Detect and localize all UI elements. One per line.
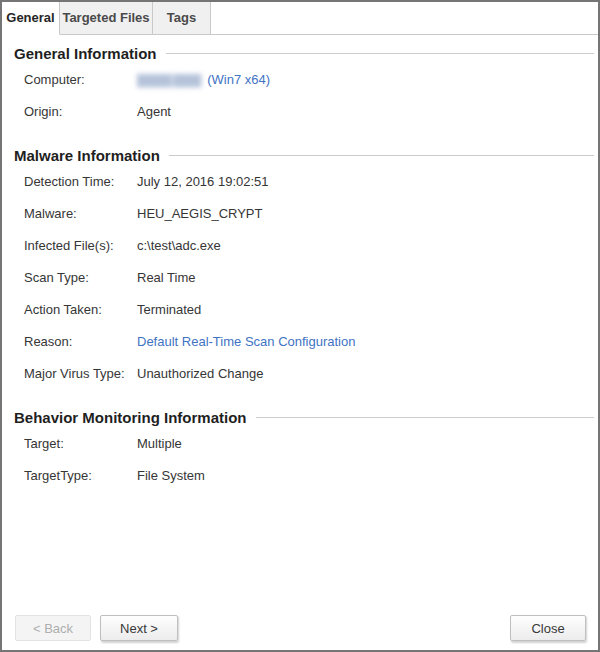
reason-link[interactable]: Default Real-Time Scan Configuration: [137, 334, 355, 350]
row-value: File System: [137, 468, 205, 484]
computer-os-link[interactable]: (Win7 x64): [207, 72, 270, 88]
next-button[interactable]: Next >: [100, 615, 178, 641]
section-title: Malware Information: [14, 147, 594, 164]
row-label: Target:: [24, 436, 137, 452]
info-section: Malware Information Detection Time: July…: [2, 147, 598, 390]
info-row: Infected File(s): c:\test\adc.exe: [24, 230, 588, 262]
info-row: Action Taken: Terminated: [24, 294, 588, 326]
row-value: Real Time: [137, 270, 196, 286]
row-value: Multiple: [137, 436, 182, 452]
malware-detail-dialog: GeneralTargeted FilesTags General Inform…: [0, 0, 600, 652]
tab-bar: GeneralTargeted FilesTags: [2, 2, 598, 35]
row-label: Action Taken:: [24, 302, 137, 318]
row-value: July 12, 2016 19:02:51: [137, 174, 269, 190]
tab-targeted-files[interactable]: Targeted Files: [60, 2, 153, 35]
info-row: Target: Multiple: [24, 428, 588, 460]
section-divider-line: [166, 53, 594, 54]
info-row: Origin: Agent: [24, 96, 588, 128]
section-title: General Information: [14, 45, 594, 62]
computer-name-redacted: █████ ████: [137, 72, 200, 88]
info-row: Reason: Default Real-Time Scan Configura…: [24, 326, 588, 358]
row-label: Origin:: [24, 104, 137, 120]
close-button[interactable]: Close: [510, 615, 586, 641]
info-row: TargetType: File System: [24, 460, 588, 492]
row-label: Major Virus Type:: [24, 366, 137, 382]
dialog-content: General Information Computer: █████ ████…: [2, 35, 598, 492]
row-label: Reason:: [24, 334, 137, 350]
section-divider-line: [169, 155, 594, 156]
section-title-text: Behavior Monitoring Information: [14, 409, 247, 426]
section-title: Behavior Monitoring Information: [14, 409, 594, 426]
info-section: Behavior Monitoring Information Target: …: [2, 409, 598, 492]
info-row: Computer: █████ ████(Win7 x64): [24, 64, 588, 96]
row-value: HEU_AEGIS_CRYPT: [137, 206, 262, 222]
row-value: Terminated: [137, 302, 201, 318]
section-divider-line: [256, 417, 595, 418]
info-row: Malware: HEU_AEGIS_CRYPT: [24, 198, 588, 230]
tab-bar-filler: [211, 2, 598, 35]
info-row: Major Virus Type: Unauthorized Change: [24, 358, 588, 390]
info-row: Scan Type: Real Time: [24, 262, 588, 294]
section-title-text: General Information: [14, 45, 157, 62]
back-button: < Back: [15, 615, 91, 641]
tab-tags[interactable]: Tags: [153, 2, 211, 35]
footer-button-bar: < Back Next > Close: [2, 615, 598, 650]
row-label: Scan Type:: [24, 270, 137, 286]
row-label: Malware:: [24, 206, 137, 222]
section-title-text: Malware Information: [14, 147, 160, 164]
row-label: Detection Time:: [24, 174, 137, 190]
row-label: Computer:: [24, 72, 137, 88]
row-value: c:\test\adc.exe: [137, 238, 221, 254]
row-label: TargetType:: [24, 468, 137, 484]
tab-general[interactable]: General: [2, 2, 60, 35]
info-section: General Information Computer: █████ ████…: [2, 45, 598, 128]
row-value: Unauthorized Change: [137, 366, 263, 382]
info-row: Detection Time: July 12, 2016 19:02:51: [24, 166, 588, 198]
row-value: Agent: [137, 104, 171, 120]
row-label: Infected File(s):: [24, 238, 137, 254]
